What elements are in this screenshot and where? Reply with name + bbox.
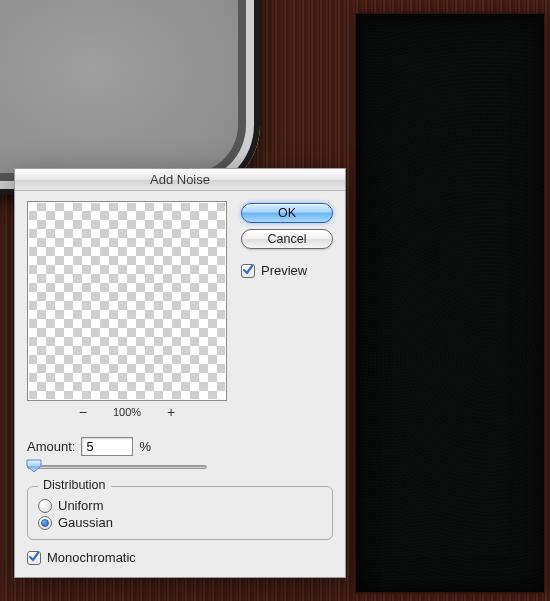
zoom-row: − 100% +	[27, 401, 227, 419]
slider-track	[27, 465, 207, 469]
radio-gaussian[interactable]	[38, 516, 52, 530]
black-noise-panel	[355, 13, 545, 593]
controls-column: OK Cancel Preview	[241, 201, 333, 278]
ok-button[interactable]: OK	[241, 203, 333, 223]
monochromatic-checkbox[interactable]	[27, 551, 41, 565]
preview-checkbox-label: Preview	[261, 263, 307, 278]
radio-uniform[interactable]	[38, 499, 52, 513]
preview-checkbox-row: Preview	[241, 263, 333, 278]
amount-label: Amount:	[27, 439, 75, 454]
zoom-in-button[interactable]: +	[167, 405, 175, 419]
preview-column: − 100% +	[27, 201, 227, 419]
dialog-body: − 100% + OK Cancel Preview	[15, 191, 345, 577]
radio-uniform-label: Uniform	[58, 498, 104, 513]
preview-canvas[interactable]	[27, 201, 227, 401]
top-row: − 100% + OK Cancel Preview	[27, 201, 333, 419]
zoom-level-label: 100%	[113, 406, 141, 418]
distribution-fieldset: Distribution Uniform Gaussian	[27, 486, 333, 540]
check-icon	[28, 551, 40, 563]
dialog-title: Add Noise	[15, 169, 345, 191]
slider-thumb[interactable]	[26, 459, 42, 473]
radio-gaussian-label: Gaussian	[58, 515, 113, 530]
stage: Add Noise − 100% + OK Cancel	[0, 0, 550, 601]
amount-row: Amount: %	[27, 437, 333, 456]
amount-slider[interactable]	[27, 458, 207, 474]
zoom-out-button[interactable]: −	[79, 405, 87, 419]
check-icon	[242, 264, 254, 276]
distribution-legend: Distribution	[38, 478, 111, 492]
add-noise-dialog: Add Noise − 100% + OK Cancel	[14, 168, 346, 578]
radio-uniform-row: Uniform	[38, 497, 322, 514]
gray-panel	[0, 0, 260, 195]
amount-input[interactable]	[81, 437, 133, 456]
amount-unit: %	[139, 439, 151, 454]
slider-thumb-icon	[26, 459, 42, 473]
monochromatic-row: Monochromatic	[27, 550, 333, 565]
preview-checkbox[interactable]	[241, 264, 255, 278]
cancel-button[interactable]: Cancel	[241, 229, 333, 249]
monochromatic-label: Monochromatic	[47, 550, 136, 565]
radio-gaussian-row: Gaussian	[38, 514, 322, 531]
